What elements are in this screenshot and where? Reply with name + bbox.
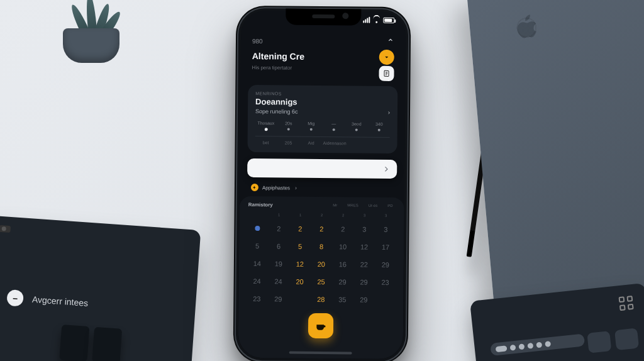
arrow-right-icon (382, 165, 391, 174)
keypad-header: 3 (355, 211, 374, 219)
coffee-icon (314, 319, 327, 332)
keypad-cell[interactable] (375, 292, 394, 308)
keypad-cell[interactable]: 12 (355, 238, 374, 255)
document-icon (382, 69, 390, 78)
keypad-label: Ramistory (248, 201, 273, 207)
tablet-prop: – Avgcerr intees (0, 215, 201, 361)
battery-icon (383, 17, 394, 23)
keypad-cell[interactable] (248, 220, 267, 236)
header-small-text: 980 (252, 38, 263, 45)
widget-dot-icon: – (6, 289, 24, 307)
keypad-cell[interactable]: 17 (376, 239, 395, 255)
widget-label: Avgcerr intees (31, 294, 88, 308)
day-col-0: Thosaux (257, 121, 274, 125)
keypad-cell[interactable]: 20 (312, 256, 331, 272)
keypad-cell[interactable]: 16 (333, 256, 352, 272)
keypad-cell[interactable]: 35 (333, 291, 352, 308)
tab-2[interactable]: Ur-es (366, 203, 380, 209)
page-subtitle: His pera tipertator (252, 65, 292, 71)
day-col-2: Mig (308, 121, 314, 126)
keypad-cell[interactable]: 20 (291, 274, 309, 290)
keypad-cell[interactable]: 2 (291, 221, 309, 237)
keypad-cell[interactable]: 5 (248, 238, 267, 254)
keypad-cell[interactable]: 25 (312, 274, 331, 290)
keypad-cell[interactable]: 29 (269, 291, 287, 307)
primary-action-button[interactable] (308, 313, 333, 338)
keypad-cell[interactable]: 3 (376, 221, 395, 238)
keypad-cell[interactable]: 24 (248, 273, 267, 289)
r2-3: Aidennason (323, 141, 390, 146)
keypad-cell[interactable]: 29 (376, 257, 395, 273)
tab-0[interactable]: Mr (330, 202, 340, 208)
chevron-right-icon: › (295, 185, 297, 191)
document-button[interactable] (379, 66, 394, 81)
card-pill (490, 333, 585, 356)
tablet-widget: – Avgcerr intees (6, 289, 89, 311)
apple-logo-icon (511, 10, 540, 43)
phone-screen: 980 ⌃ Altening Cre His pera tipertator M… (238, 11, 406, 359)
keypad-cell[interactable]: 8 (312, 238, 331, 255)
search-field[interactable] (247, 158, 397, 179)
summary-card: Menrinos Doeannigs Sope runeling 6c › Th… (247, 85, 397, 153)
keypad-cell[interactable]: 24 (269, 273, 288, 289)
keypad-cell[interactable]: 3 (355, 221, 374, 237)
keypad-cell[interactable]: 2 (269, 220, 288, 236)
keypad-cell[interactable]: 19 (269, 255, 288, 272)
tablet-camera-icon (0, 225, 11, 233)
r2-2: Aid (301, 141, 322, 145)
card-row2: bet 205 Aid Aidennason (255, 140, 390, 146)
phone-notch (286, 8, 361, 25)
grid-icon (619, 296, 634, 311)
keypad-cell[interactable]: 14 (248, 255, 267, 272)
keypad-header: 3 (377, 211, 396, 220)
collapse-icon[interactable]: ⌃ (387, 37, 394, 47)
keypad-cell[interactable]: 22 (355, 256, 374, 272)
tab-3[interactable]: PD (385, 203, 395, 209)
spark-icon: ✦ (251, 184, 258, 191)
keypad-cell[interactable]: 6 (269, 238, 288, 254)
wifi-icon (372, 17, 380, 23)
page-title: Altening Cre (252, 51, 304, 62)
card-days-row: Thosaux 20s Mig — 3eod 340 (255, 121, 390, 132)
suggestion-row[interactable]: ✦ Appiphastes › (251, 184, 393, 192)
card-subheading: Sope runeling 6c (255, 108, 298, 115)
day-col-4: 3eod (352, 121, 362, 126)
day-col-3: — (331, 121, 336, 126)
keypad-cell[interactable]: 29 (355, 274, 374, 290)
keypad-cell[interactable] (290, 291, 309, 308)
macbook-prop (466, 0, 644, 325)
badge-icon (253, 225, 261, 232)
keypad-cell[interactable]: 23 (247, 291, 266, 307)
expand-button[interactable] (379, 50, 394, 65)
plant-prop (57, 0, 132, 69)
keypad-grid[interactable]: 1122332222335658101217141912201622292424… (247, 210, 395, 308)
keypad-header: 1 (291, 211, 310, 219)
card-arrow-icon[interactable]: › (388, 109, 390, 116)
day-col-1: 20s (285, 121, 292, 125)
suggestion-text: Appiphastes (262, 185, 290, 191)
keypad-cell[interactable]: 12 (291, 256, 309, 272)
keypad-cell[interactable]: 2 (312, 221, 331, 237)
keypad-cell[interactable]: 5 (291, 238, 309, 255)
keypad-header: 2 (334, 211, 353, 219)
tab-1[interactable]: MRES (345, 202, 360, 208)
keypad-header: 2 (313, 211, 331, 219)
home-indicator[interactable] (289, 352, 352, 355)
keypad-cell[interactable]: 23 (376, 274, 395, 291)
keypad-cell[interactable]: 28 (311, 291, 330, 308)
day-col-5: 340 (375, 122, 383, 126)
keypad-tabs[interactable]: Mr MRES Ur-es PD (330, 202, 395, 209)
r2-0: bet (255, 140, 277, 145)
keypad-header (248, 210, 267, 219)
chevron-down-icon (383, 53, 391, 61)
keypad-cell[interactable]: 2 (333, 221, 352, 237)
keypad-cell[interactable]: 10 (333, 238, 352, 255)
tablet-blocks (59, 325, 122, 361)
card-label: Menrinos (255, 91, 390, 97)
keypad-cell[interactable]: 29 (333, 274, 352, 290)
card-buttons (587, 328, 639, 353)
keypad-cell[interactable]: 29 (354, 291, 373, 308)
card-heading: Doeannigs (255, 97, 390, 108)
keypad-header: 1 (270, 210, 289, 219)
svg-point-4 (255, 226, 260, 231)
